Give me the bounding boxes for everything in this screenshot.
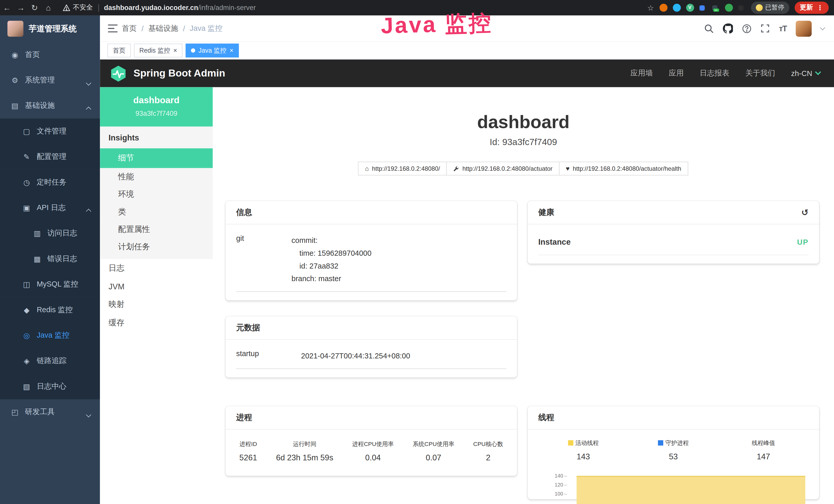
sba-item-metrics[interactable]: 性能 <box>100 168 213 185</box>
paused-label: 已暂停 <box>765 3 785 12</box>
tab-java-monitor[interactable]: Java 监控 × <box>186 44 239 58</box>
bookmark-star-icon[interactable]: ☆ <box>647 3 654 12</box>
sba-item-configprops[interactable]: 配置属性 <box>100 221 213 238</box>
sba-section-insights: Insights <box>100 127 213 148</box>
paused-badge[interactable]: 已暂停 <box>751 2 789 14</box>
sidebar-item-system[interactable]: ⚙ 系统管理 <box>0 68 100 93</box>
sba-item-logs[interactable]: 日志 <box>100 259 213 277</box>
live-threads-area <box>577 476 805 504</box>
sba-logo-icon <box>110 65 127 82</box>
close-icon[interactable]: × <box>173 47 177 54</box>
metadata-card: 元数据 startup 2021-04-27T00:44:31.254+08:0… <box>225 316 517 377</box>
kebab-menu-icon[interactable]: ⋮ <box>817 4 824 12</box>
tab-home[interactable]: 首页 <box>107 44 131 58</box>
url-path: /infra/admin-server <box>198 4 256 12</box>
browser-chrome: ← → ↻ ⌂ 不安全 dashboard.yudao.iocoder.cn/i… <box>0 0 834 16</box>
update-button[interactable]: 更新 ⋮ <box>794 2 829 14</box>
breadcrumb-home[interactable]: 首页 <box>122 24 137 33</box>
sidebar-item-files[interactable]: ▢ 文件管理 <box>0 119 100 144</box>
logo-avatar <box>7 21 23 37</box>
health-instance-row[interactable]: Instance UP <box>539 234 809 255</box>
sba-item-environment[interactable]: 环境 <box>100 186 213 203</box>
sba-nav-wallboard[interactable]: 应用墙 <box>631 69 653 78</box>
extension-icon-proxy[interactable]: on <box>712 5 717 10</box>
sba-item-mappings[interactable]: 映射 <box>100 295 213 314</box>
sba-item-jvm[interactable]: JVM <box>100 278 213 295</box>
sidebar-item-java-monitor[interactable]: ◎ Java 监控 <box>0 323 100 348</box>
process-stat: 系统CPU使用率 0.07 <box>413 440 454 462</box>
header-actions: тT <box>705 21 834 37</box>
sidebar-item-api-log[interactable]: ▣ API 日志 <box>0 195 100 221</box>
sidebar-item-infra[interactable]: ▤ 基础设施 <box>0 93 100 118</box>
extension-icon-dark[interactable] <box>738 5 743 10</box>
divider <box>98 4 98 12</box>
redis-icon: ◆ <box>22 306 31 314</box>
actuator-url-link[interactable]: http://192.168.0.2:48080/actuator <box>446 162 559 176</box>
sidebar-item-tracing[interactable]: ◈ 链路追踪 <box>0 348 100 373</box>
sidebar-item-home[interactable]: ◉ 首页 <box>0 42 100 68</box>
url-host: dashboard.yudao.iocoder.cn <box>104 4 198 12</box>
address-bar[interactable]: dashboard.yudao.iocoder.cn/infra/admin-s… <box>104 4 256 12</box>
extension-icon-orange[interactable] <box>659 4 667 12</box>
forward-icon[interactable]: → <box>14 3 28 12</box>
close-icon[interactable]: × <box>229 47 234 54</box>
process-stat: CPU核心数 2 <box>473 440 503 462</box>
back-icon[interactable]: ← <box>0 3 14 12</box>
sba-nav-journal[interactable]: 日志报表 <box>700 69 729 78</box>
sba-navbar: Spring Boot Admin 应用墙 应用 日志报表 关于我们 zh-CN <box>100 60 834 87</box>
breadcrumb-infra[interactable]: 基础设施 <box>149 24 178 33</box>
history-icon[interactable]: ↺ <box>802 207 809 217</box>
sidebar-item-mysql[interactable]: ◫ MySQL 监控 <box>0 272 100 297</box>
screen: ← → ↻ ⌂ 不安全 dashboard.yudao.iocoder.cn/i… <box>0 0 834 504</box>
cards-grid: 信息 git commit: time: 1596289704000 id: 2… <box>213 175 834 499</box>
sidebar-item-redis[interactable]: ◆ Redis 监控 <box>0 297 100 323</box>
extension-icon-grid[interactable] <box>699 5 705 10</box>
search-icon[interactable] <box>705 24 714 33</box>
extension-icon-green[interactable] <box>725 4 732 12</box>
access-log-icon: ▥ <box>33 229 41 238</box>
home-icon[interactable]: ⌂ <box>42 3 56 12</box>
health-card-title: 健康 <box>539 207 554 217</box>
extension-icon-teal[interactable] <box>673 4 681 12</box>
sidebar-item-config[interactable]: ✎ 配置管理 <box>0 144 100 169</box>
sba-locale-select[interactable]: zh-CN <box>791 69 820 77</box>
reload-icon[interactable]: ↻ <box>28 3 42 12</box>
service-url-link[interactable]: ⌂ http://192.168.0.2:48080/ <box>358 162 447 176</box>
health-url-link[interactable]: ♥ http://192.168.0.2:48080/actuator/heal… <box>559 162 688 176</box>
sba-nav-applications[interactable]: 应用 <box>669 69 684 78</box>
app-logo-title: 芋道管理系统 <box>29 24 76 33</box>
sba-brand-title[interactable]: Spring Boot Admin <box>134 68 225 79</box>
font-size-icon[interactable]: тT <box>779 24 787 33</box>
sba-item-classes[interactable]: 类 <box>100 203 213 221</box>
health-card: 健康 ↺ Instance UP <box>528 201 819 264</box>
sba-nav-about[interactable]: 关于我们 <box>745 69 775 78</box>
sba-item-details[interactable]: 细节 <box>100 148 213 168</box>
threads-chart: 140– 120– 100– <box>539 467 809 499</box>
avatar-caret-icon[interactable] <box>820 25 825 30</box>
sidebar-item-log-center[interactable]: ▧ 日志中心 <box>0 374 100 399</box>
sba-item-caches[interactable]: 缓存 <box>100 314 213 332</box>
help-icon[interactable] <box>742 24 752 33</box>
legend-swatch-daemon <box>658 440 663 446</box>
hamburger-icon[interactable] <box>100 24 122 32</box>
site-security[interactable]: 不安全 <box>63 3 93 12</box>
extension-icon-vue[interactable]: V <box>686 4 694 12</box>
user-avatar[interactable] <box>796 21 812 37</box>
sba-nav-links: 应用墙 应用 日志报表 关于我们 zh-CN <box>631 69 820 78</box>
github-icon[interactable] <box>723 23 733 33</box>
sba-app-header[interactable]: dashboard 93a3fc7f7409 <box>100 87 213 127</box>
sidebar-item-access-log[interactable]: ▥ 访问日志 <box>0 221 100 246</box>
spring-boot-admin: Spring Boot Admin 应用墙 应用 日志报表 关于我们 zh-CN… <box>100 60 834 504</box>
sidebar-item-devtools[interactable]: ◰ 研发工具 <box>0 399 100 425</box>
sidebar-item-error-log[interactable]: ▦ 错误日志 <box>0 246 100 272</box>
metadata-card-title: 元数据 <box>225 316 517 340</box>
chevron-down-icon <box>815 69 821 75</box>
sba-item-scheduled-tasks[interactable]: 计划任务 <box>100 238 213 256</box>
chevron-up-icon <box>86 107 91 112</box>
sidebar-item-jobs[interactable]: ◷ 定时任务 <box>0 170 100 195</box>
app-logo[interactable]: 芋道管理系统 <box>0 16 100 42</box>
smiley-icon <box>756 4 763 11</box>
threads-card: 线程 活动线程 143 <box>528 406 819 499</box>
tab-redis-monitor[interactable]: Redis 监控 × <box>134 44 183 58</box>
fullscreen-icon[interactable] <box>761 24 770 33</box>
